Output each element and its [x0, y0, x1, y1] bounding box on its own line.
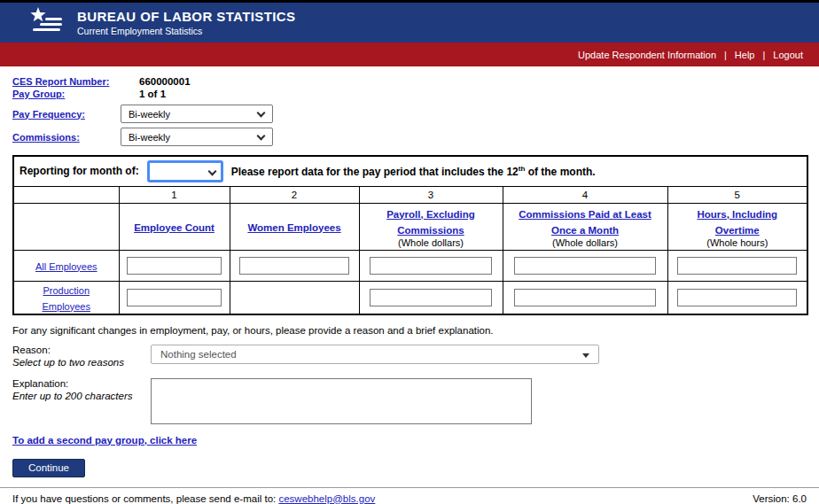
ces-report-number-value: 660000001: [139, 76, 191, 87]
all-employees-hours-input[interactable]: [677, 257, 797, 275]
separator: |: [762, 50, 765, 60]
production-employees-link[interactable]: Production Employees: [43, 285, 90, 312]
column-header-employee-count[interactable]: Employee Count: [134, 222, 214, 233]
column-header-subtitle: (Whole dollars): [369, 237, 494, 248]
column-headers-row: Employee Count Women Employees Payroll, …: [13, 203, 807, 250]
changes-intro-text: For any significant changes in employmen…: [12, 325, 807, 336]
logout-link[interactable]: Logout: [773, 50, 803, 60]
column-number-1: 1: [119, 186, 230, 203]
reason-multiselect[interactable]: Nothing selected: [151, 345, 599, 364]
column-number-4: 4: [503, 186, 667, 203]
commissions-row: Commissions: Bi-weekly: [12, 128, 807, 146]
production-employees-commissions-input[interactable]: [514, 289, 655, 306]
reason-label: Reason:: [12, 345, 151, 355]
separator: |: [724, 50, 727, 60]
footer-help-label: If you have questions or comments, pleas…: [12, 493, 276, 504]
add-pay-group-link[interactable]: To add a second pay group, click here: [12, 435, 197, 446]
column-header-women-employees[interactable]: Women Employees: [247, 222, 340, 233]
main-content: CES Report Number: 660000001 Pay Group: …: [0, 66, 819, 477]
reporting-month-select-wrap: [147, 160, 223, 182]
explanation-hint: Enter up to 200 characters: [12, 391, 151, 401]
all-employees-link[interactable]: All Employees: [35, 261, 98, 272]
production-employees-payroll-input[interactable]: [370, 289, 492, 306]
column-header-commissions[interactable]: Commissions Paid at Least Once a Month: [519, 209, 651, 236]
reason-hint: Select up to two reasons: [12, 357, 151, 368]
all-employees-employee-count-input[interactable]: [127, 257, 222, 275]
reason-row: Reason: Select up to two reasons Nothing…: [12, 345, 807, 368]
commissions-select[interactable]: Bi-weekly: [121, 128, 273, 146]
explanation-row: Explanation: Enter up to 200 characters: [12, 378, 807, 424]
column-header-payroll[interactable]: Payroll, Excluding Commissions: [386, 209, 475, 236]
continue-button[interactable]: Continue: [12, 459, 85, 477]
masthead: BUREAU OF LABOR STATISTICS Current Emplo…: [0, 3, 819, 43]
reason-label-block: Reason: Select up to two reasons: [12, 345, 151, 368]
help-link[interactable]: Help: [735, 50, 755, 60]
ces-report-number-label[interactable]: CES Report Number:: [12, 76, 121, 87]
all-employees-commissions-input[interactable]: [514, 257, 655, 275]
footer: If you have questions or comments, pleas…: [0, 488, 819, 504]
update-respondent-link[interactable]: Update Respondent Information: [578, 50, 716, 60]
reporting-month-select[interactable]: [147, 160, 223, 182]
commissions-select-wrap: Bi-weekly: [121, 128, 273, 146]
site-subtitle: Current Employment Statistics: [77, 26, 296, 36]
pay-frequency-label[interactable]: Pay Frequency:: [12, 109, 121, 120]
empty-header-cell: [13, 203, 119, 250]
all-employees-row: All Employees: [13, 250, 807, 281]
ces-report-number-row: CES Report Number: 660000001: [12, 75, 807, 88]
pay-frequency-select-wrap: Bi-weekly: [121, 105, 273, 123]
reporting-month-label: Reporting for month of:: [20, 165, 139, 177]
column-number-5: 5: [667, 186, 807, 203]
pay-group-label[interactable]: Pay Group:: [12, 89, 121, 99]
masthead-titles: BUREAU OF LABOR STATISTICS Current Emplo…: [77, 9, 296, 36]
ces-data-table: Reporting for month of: Please report da…: [12, 155, 808, 315]
explanation-label: Explanation:: [12, 378, 151, 389]
reporting-instruction: Please report data for the pay period th…: [231, 165, 596, 178]
production-employees-employee-count-input[interactable]: [127, 289, 222, 306]
all-employees-payroll-input[interactable]: [370, 257, 492, 275]
column-header-subtitle: (Whole hours): [677, 237, 799, 248]
pay-group-row: Pay Group: 1 of 1: [12, 88, 807, 100]
bls-logo-icon: [27, 5, 66, 41]
commissions-label[interactable]: Commissions:: [12, 132, 121, 143]
pay-frequency-row: Pay Frequency: Bi-weekly: [12, 105, 807, 123]
version-text: Version: 6.0: [753, 493, 807, 504]
explanation-textarea[interactable]: [151, 378, 532, 424]
column-header-hours[interactable]: Hours, Including Overtime: [697, 209, 777, 236]
pay-frequency-select[interactable]: Bi-weekly: [121, 105, 273, 123]
empty-corner-cell: [13, 186, 119, 203]
site-title: BUREAU OF LABOR STATISTICS: [77, 9, 296, 24]
column-numbers-row: 1 2 3 4 5: [13, 186, 807, 203]
caret-down-icon: [582, 353, 589, 358]
column-header-subtitle: (Whole dollars): [512, 237, 659, 248]
pay-group-value: 1 of 1: [139, 89, 166, 99]
column-number-2: 2: [230, 186, 359, 203]
column-number-3: 3: [359, 186, 503, 203]
all-employees-women-employees-input[interactable]: [239, 257, 350, 275]
production-employees-hours-input[interactable]: [677, 289, 797, 306]
explanation-label-block: Explanation: Enter up to 200 characters: [12, 378, 151, 401]
production-employees-women-empty-cell: [230, 281, 359, 314]
footer-help-text: If you have questions or comments, pleas…: [12, 493, 375, 504]
utility-bar: Update Respondent Information | Help | L…: [0, 43, 819, 66]
support-email-link[interactable]: ceswebhelp@bls.gov: [278, 493, 375, 504]
production-employees-row: Production Employees: [13, 281, 807, 314]
reason-selected-value: Nothing selected: [160, 349, 237, 360]
reporting-month-row: Reporting for month of: Please report da…: [13, 156, 807, 186]
